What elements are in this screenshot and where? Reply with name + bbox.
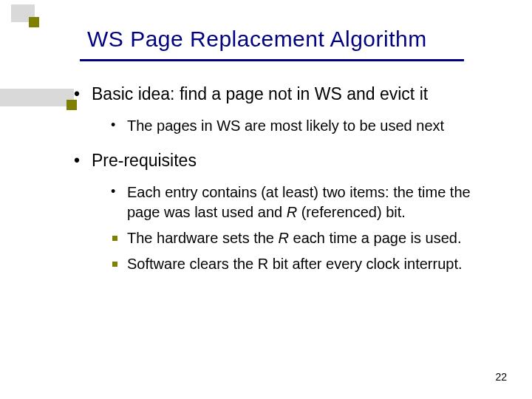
decoration-gray-box-mid: [0, 89, 74, 106]
decoration-olive-box-top: [29, 17, 39, 27]
bullet-text-part: (referenced) bit.: [297, 204, 406, 220]
bullet-text-part: each time a page is used.: [289, 230, 461, 246]
bullet-text: Pre-requisites: [92, 151, 197, 170]
sub-bullet-ws-likely: The pages in WS are most likely to be us…: [109, 116, 499, 136]
slide: WS Page Replacement Algorithm Basic idea…: [0, 0, 532, 399]
sub-bullet-software-clears-r: Software clears the R bit after every cl…: [109, 254, 499, 274]
title-underline: [80, 59, 464, 61]
sub-bullet-entry-items: Each entry contains (at least) two items…: [109, 183, 499, 222]
bullet-basic-idea: Basic idea: find a page not in WS and ev…: [71, 83, 499, 136]
page-number: 22: [495, 371, 507, 383]
bullet-text: Basic idea: find a page not in WS and ev…: [92, 84, 428, 103]
bullet-text: The pages in WS are most likely to be us…: [127, 117, 444, 134]
slide-body: Basic idea: find a page not in WS and ev…: [71, 83, 499, 287]
sub-bullet-hardware-sets-r: The hardware sets the R each time a page…: [109, 228, 499, 248]
bullet-text-italic: R: [279, 230, 289, 246]
bullet-text: Software clears the R bit after every cl…: [127, 256, 463, 272]
bullet-prerequisites: Pre-requisites Each entry contains (at l…: [71, 149, 499, 274]
slide-title: WS Page Replacement Algorithm: [87, 27, 427, 52]
bullet-text-part: The hardware sets the: [127, 230, 279, 246]
bullet-text-italic: R: [287, 204, 297, 220]
